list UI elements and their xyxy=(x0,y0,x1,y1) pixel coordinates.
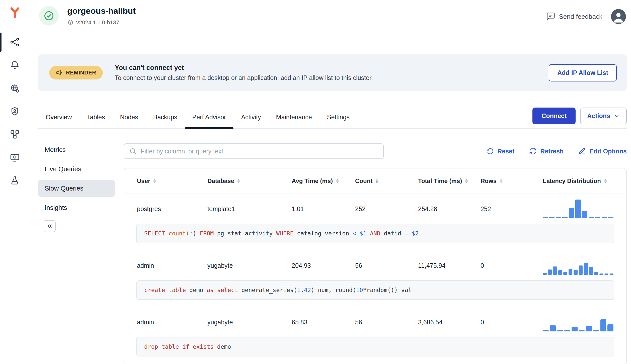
banner-message: To connect to your cluster from a deskto… xyxy=(115,74,373,81)
send-feedback-button[interactable]: Send feedback xyxy=(546,12,602,21)
header-right: Send feedback xyxy=(546,6,626,24)
tab-activity[interactable]: Activity xyxy=(233,106,268,128)
cluster-health-badge xyxy=(39,6,59,26)
cell-avg-time: 1.01 xyxy=(292,205,355,213)
actions-label: Actions xyxy=(587,112,610,120)
column-header-latency-distribution[interactable]: Latency Distribution xyxy=(543,177,613,185)
sidebar xyxy=(0,0,30,364)
sidebar-item-clusters[interactable] xyxy=(0,31,30,54)
add-ip-allow-list-button[interactable]: Add IP Allow List xyxy=(549,64,617,81)
cell-count: 56 xyxy=(355,262,418,269)
column-label: Latency Distribution xyxy=(543,177,601,185)
tab-nodes[interactable]: Nodes xyxy=(112,106,145,128)
subnav-item-insights[interactable]: Insights xyxy=(38,199,115,216)
refresh-button[interactable]: Refresh xyxy=(529,147,564,155)
sort-icon[interactable] xyxy=(375,178,379,184)
megaphone-icon xyxy=(56,69,63,76)
tab-maintenance[interactable]: Maintenance xyxy=(269,106,320,128)
actions-button[interactable]: Actions xyxy=(580,108,627,124)
reset-button[interactable]: Reset xyxy=(486,147,514,155)
filter-box xyxy=(124,143,384,159)
column-label: Total Time (ms) xyxy=(418,177,462,185)
cell-database: yugabyte xyxy=(207,262,292,269)
table-row[interactable]: admin yugabyte 65.83 56 3,686.54 0 xyxy=(124,307,626,337)
sidebar-item-alerts[interactable] xyxy=(0,54,30,77)
sort-icon[interactable] xyxy=(499,178,503,184)
tab-perf-advisor[interactable]: Perf Advisor xyxy=(185,106,234,128)
sort-icon[interactable] xyxy=(153,178,157,184)
cluster-icon xyxy=(10,37,20,47)
sidebar-item-integrations[interactable] xyxy=(0,123,30,146)
sort-icon[interactable] xyxy=(603,178,607,184)
search-icon xyxy=(129,147,137,155)
history-icon xyxy=(486,147,494,155)
column-label: Rows xyxy=(481,177,497,185)
main-area: gorgeous-halibut v2024.1.1.0-b137 xyxy=(30,0,631,364)
sidebar-item-labs[interactable] xyxy=(0,169,30,192)
page-title: gorgeous-halibut xyxy=(67,6,136,16)
topology-icon xyxy=(10,129,20,139)
column-label: User xyxy=(137,177,150,185)
column-header-count[interactable]: Count xyxy=(355,177,418,185)
table-row[interactable]: postgres template1 1.01 252 254.28 252 xyxy=(124,194,626,224)
cell-avg-time: 204.93 xyxy=(292,262,355,269)
yugabyte-logo[interactable] xyxy=(8,6,21,19)
chevron-down-icon xyxy=(614,113,620,119)
cell-total-time: 11,475.94 xyxy=(418,262,481,269)
sort-icon[interactable] xyxy=(237,178,241,184)
tabs-bar: Overview Tables Nodes Backups Perf Advis… xyxy=(38,106,627,129)
latency-histogram xyxy=(543,313,613,331)
cluster-tabs: Overview Tables Nodes Backups Perf Advis… xyxy=(38,106,357,128)
tab-settings[interactable]: Settings xyxy=(320,106,357,128)
connect-button[interactable]: Connect xyxy=(532,108,576,124)
tab-backups[interactable]: Backups xyxy=(146,106,185,128)
cell-rows: 0 xyxy=(481,262,543,269)
sort-icon[interactable] xyxy=(335,178,339,184)
column-header-user[interactable]: User xyxy=(137,177,207,185)
filter-input[interactable] xyxy=(141,148,378,155)
globe-gear-icon xyxy=(10,83,20,93)
subnav-item-metrics[interactable]: Metrics xyxy=(38,141,115,158)
column-header-database[interactable]: Database xyxy=(207,177,292,185)
column-header-rows[interactable]: Rows xyxy=(481,177,543,185)
reminder-banner: REMINDER You can't connect yet To connec… xyxy=(38,54,627,91)
perf-subnav: Metrics Live Queries Slow Queries Insigh… xyxy=(38,129,115,364)
edit-options-label: Edit Options xyxy=(589,148,627,155)
subnav-item-live-queries[interactable]: Live Queries xyxy=(38,161,115,177)
banner-title: You can't connect yet xyxy=(115,64,373,72)
sidebar-item-billing[interactable] xyxy=(0,146,30,169)
sidebar-item-security[interactable] xyxy=(0,100,30,123)
column-label: Count xyxy=(355,177,372,185)
latency-histogram xyxy=(543,200,613,218)
column-header-avg-time[interactable]: Avg Time (ms) xyxy=(292,177,355,185)
cell-rows: 252 xyxy=(481,205,543,213)
tab-overview[interactable]: Overview xyxy=(38,106,79,128)
banner-text: You can't connect yet To connect to your… xyxy=(115,64,373,81)
cluster-version: v2024.1.1.0-b137 xyxy=(67,19,136,26)
table-header-row: User Database Avg Time (ms) Count xyxy=(124,168,626,194)
avatar[interactable] xyxy=(611,9,626,24)
subnav-item-slow-queries[interactable]: Slow Queries xyxy=(38,180,115,197)
slow-queries-table: User Database Avg Time (ms) Count xyxy=(124,168,627,364)
table-row[interactable]: admin yugabyte 204.93 56 11,475.94 0 xyxy=(124,251,626,280)
tab-tables[interactable]: Tables xyxy=(79,106,112,128)
collapse-subnav-button[interactable] xyxy=(44,220,56,232)
layers-icon xyxy=(67,19,74,26)
cluster-title-block: gorgeous-halibut v2024.1.1.0-b137 xyxy=(67,6,136,26)
reminder-badge: REMINDER xyxy=(49,66,103,79)
column-label: Database xyxy=(207,177,234,185)
flask-icon xyxy=(10,175,20,186)
bell-icon xyxy=(10,60,20,70)
cell-user: admin xyxy=(137,262,207,269)
sort-icon[interactable] xyxy=(464,178,468,184)
cell-avg-time: 65.83 xyxy=(292,319,355,326)
sql-query-text: drop table if exists demo xyxy=(136,337,614,356)
tab-actions: Connect Actions xyxy=(532,108,627,128)
cell-count: 252 xyxy=(355,205,418,213)
toolbar-links: Reset Refresh xyxy=(486,147,627,155)
cell-total-time: 254.28 xyxy=(418,205,481,213)
edit-options-button[interactable]: Edit Options xyxy=(578,147,627,155)
sidebar-item-network[interactable] xyxy=(0,77,30,100)
cell-user: admin xyxy=(137,319,207,326)
column-header-total-time[interactable]: Total Time (ms) xyxy=(418,177,481,185)
